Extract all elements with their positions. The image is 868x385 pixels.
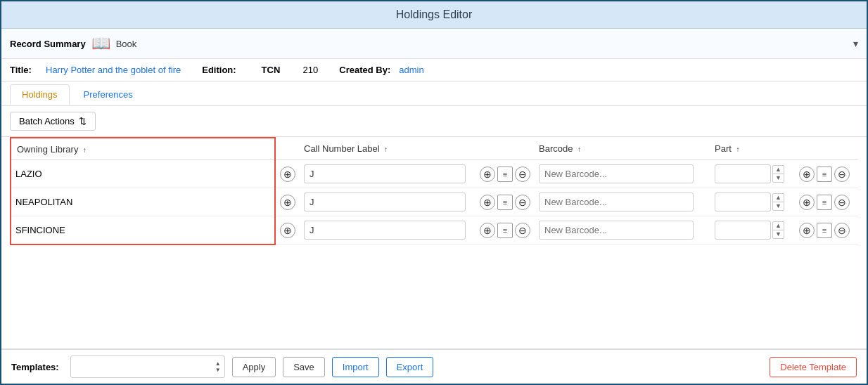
add-call-number-button[interactable]: ⊕: [280, 195, 295, 210]
title-label: Title:: [10, 65, 42, 75]
barcode-cell: [535, 216, 710, 244]
chevron-down-icon[interactable]: ▾: [853, 38, 858, 49]
call-number-cell: [300, 216, 476, 244]
th-barcode[interactable]: Barcode ↑: [535, 138, 710, 160]
call-number-input[interactable]: [304, 164, 466, 183]
add-part-icon-btn[interactable]: ⊕: [799, 223, 815, 238]
part-down-arrow[interactable]: ▼: [773, 230, 784, 238]
part-down-arrow[interactable]: ▼: [773, 202, 784, 210]
part-actions-cell: ⊕ ≡ ⊖: [795, 160, 858, 188]
part-actions-cell: ⊕ ≡ ⊖: [795, 188, 858, 216]
holdings-table-area: Owning Library ↑ Call Number Label ↑ Bar…: [1, 137, 867, 348]
book-type-label: Book: [116, 39, 137, 49]
part-spinner[interactable]: ▲ ▼: [772, 193, 784, 211]
tabs-bar: Holdings Preferences: [1, 81, 867, 106]
import-button[interactable]: Import: [332, 357, 379, 377]
barcode-cell: [535, 188, 710, 216]
save-button[interactable]: Save: [283, 357, 325, 377]
add-part-icon-btn[interactable]: ⊕: [799, 167, 815, 182]
call-number-cell: [300, 160, 476, 188]
tcn-label: TCN: [262, 65, 293, 75]
add-call-number-button[interactable]: ⊕: [280, 223, 295, 238]
part-down-arrow[interactable]: ▼: [773, 174, 784, 182]
part-input[interactable]: [715, 221, 771, 240]
call-number-input[interactable]: [304, 221, 466, 240]
templates-select[interactable]: [70, 355, 225, 378]
call-sort-icon: ↑: [384, 145, 388, 153]
tcn-value: 210: [303, 65, 319, 75]
part-cell: ▲ ▼: [710, 216, 795, 244]
th-call-actions: [476, 138, 535, 160]
add-call-number-cell: ⊕: [275, 160, 300, 188]
add-call-icon-btn[interactable]: ⊕: [480, 167, 495, 182]
lines-call-icon-btn[interactable]: ≡: [497, 195, 513, 210]
table-row: LAZIO ⊕ ⊕ ≡ ⊖ ▲: [11, 160, 858, 188]
add-call-icon-btn[interactable]: ⊕: [480, 223, 495, 238]
footer-bar: Templates: ▲ ▼ Apply Save Import Export …: [1, 348, 867, 384]
created-by-group: Created By: admin: [339, 65, 423, 75]
owning-library-cell: LAZIO: [11, 160, 275, 188]
part-spinner[interactable]: ▲ ▼: [772, 165, 784, 183]
batch-actions-arrow-icon: ⇅: [79, 116, 87, 126]
owning-library-cell: NEAPOLITAN: [11, 188, 275, 216]
call-number-input[interactable]: [304, 192, 466, 211]
lines-part-icon-btn[interactable]: ≡: [817, 195, 832, 210]
part-icon-group: ⊕ ≡ ⊖: [799, 167, 854, 182]
th-call-number[interactable]: Call Number Label ↑: [300, 138, 476, 160]
batch-actions-label: Batch Actions: [19, 116, 75, 126]
remove-part-icon-btn[interactable]: ⊖: [834, 223, 850, 238]
templates-select-wrap: ▲ ▼: [70, 355, 225, 378]
holdings-table: Owning Library ↑ Call Number Label ↑ Bar…: [10, 137, 858, 245]
remove-call-icon-btn[interactable]: ⊖: [515, 167, 530, 182]
barcode-input[interactable]: [539, 221, 694, 240]
add-call-number-cell: ⊕: [275, 188, 300, 216]
edition-group: Edition:: [202, 65, 240, 75]
record-summary-label: Record Summary: [10, 39, 86, 49]
part-input[interactable]: [715, 192, 771, 211]
barcode-input[interactable]: [539, 164, 694, 183]
remove-part-icon-btn[interactable]: ⊖: [834, 167, 850, 182]
table-row: NEAPOLITAN ⊕ ⊕ ≡ ⊖ ▲: [11, 188, 858, 216]
remove-part-icon-btn[interactable]: ⊖: [834, 195, 850, 210]
part-icon-group: ⊕ ≡ ⊖: [799, 223, 854, 238]
created-by-label: Created By:: [339, 65, 390, 75]
batch-actions-button[interactable]: Batch Actions ⇅: [10, 112, 96, 131]
call-number-cell: [300, 188, 476, 216]
part-spinner[interactable]: ▲ ▼: [772, 221, 784, 239]
header-title: Holdings Editor: [396, 8, 473, 20]
lines-call-icon-btn[interactable]: ≡: [497, 167, 513, 182]
record-summary-bar: Record Summary 📖 Book ▾: [1, 29, 867, 59]
barcode-input[interactable]: [539, 192, 694, 211]
tab-preferences[interactable]: Preferences: [72, 85, 144, 105]
th-owning-library[interactable]: Owning Library ↑: [11, 138, 275, 160]
remove-call-icon-btn[interactable]: ⊖: [515, 223, 530, 238]
remove-call-icon-btn[interactable]: ⊖: [515, 195, 530, 210]
export-button[interactable]: Export: [386, 357, 434, 377]
lines-call-icon-btn[interactable]: ≡: [497, 223, 513, 238]
edition-label: Edition:: [202, 65, 236, 75]
lines-part-icon-btn[interactable]: ≡: [817, 167, 832, 182]
add-part-icon-btn[interactable]: ⊕: [799, 195, 815, 210]
part-actions-cell: ⊕ ≡ ⊖: [795, 216, 858, 244]
tab-holdings[interactable]: Holdings: [10, 84, 70, 105]
tcn-group: TCN 210: [262, 65, 319, 75]
created-by-value: admin: [399, 65, 423, 75]
th-add-call: [275, 138, 300, 160]
part-up-arrow[interactable]: ▲: [773, 166, 784, 174]
part-sort-icon: ↑: [736, 145, 739, 153]
owning-library-cell: SFINCIONE: [11, 216, 275, 244]
part-up-arrow[interactable]: ▲: [773, 222, 784, 230]
part-input[interactable]: [715, 164, 771, 183]
call-number-icon-group: ⊕ ≡ ⊖: [480, 223, 530, 238]
th-part: Part ↑: [710, 138, 795, 160]
toolbar: Batch Actions ⇅: [1, 106, 867, 137]
barcode-cell: [535, 160, 710, 188]
lines-part-icon-btn[interactable]: ≡: [817, 223, 832, 238]
apply-button[interactable]: Apply: [232, 357, 276, 377]
add-call-number-button[interactable]: ⊕: [280, 167, 295, 182]
part-up-arrow[interactable]: ▲: [773, 194, 784, 202]
call-number-actions-cell: ⊕ ≡ ⊖: [476, 188, 535, 216]
add-call-icon-btn[interactable]: ⊕: [480, 195, 495, 210]
delete-template-button[interactable]: Delete Template: [770, 357, 857, 377]
call-number-actions-cell: ⊕ ≡ ⊖: [476, 160, 535, 188]
